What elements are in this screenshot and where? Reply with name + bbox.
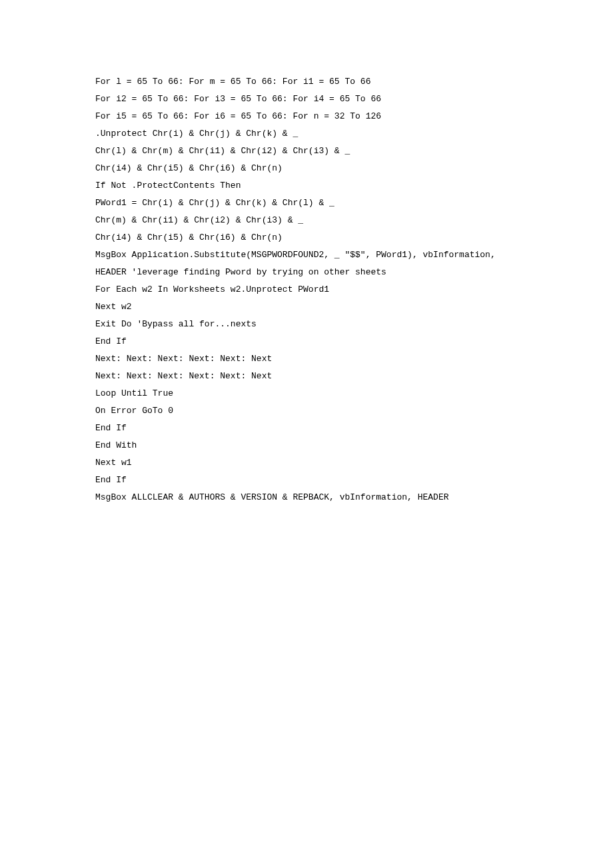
code-line: End If [95, 472, 518, 489]
code-line: For l = 65 To 66: For m = 65 To 66: For … [95, 73, 518, 91]
code-line: End If [95, 333, 518, 350]
code-line: Next: Next: Next: Next: Next: Next [95, 368, 518, 385]
code-line: End If [95, 420, 518, 437]
code-line: MsgBox ALLCLEAR & AUTHORS & VERSION & RE… [95, 489, 518, 506]
code-line: If Not .ProtectContents Then [95, 177, 518, 195]
code-line: For i5 = 65 To 66: For i6 = 65 To 66: Fo… [95, 108, 518, 125]
code-line: End With [95, 437, 518, 454]
code-line: Next w1 [95, 454, 518, 472]
code-line: For Each w2 In Worksheets w2.Unprotect P… [95, 281, 518, 298]
code-line: .Unprotect Chr(i) & Chr(j) & Chr(k) & _ [95, 125, 518, 143]
code-block: For l = 65 To 66: For m = 65 To 66: For … [95, 73, 518, 506]
code-line: Chr(m) & Chr(i1) & Chr(i2) & Chr(i3) & _ [95, 212, 518, 229]
code-line: Next w2 [95, 298, 518, 316]
code-line: Exit Do 'Bypass all for...nexts [95, 316, 518, 333]
code-line: MsgBox Application.Substitute(MSGPWORDFO… [95, 246, 518, 281]
code-line: Chr(i4) & Chr(i5) & Chr(i6) & Chr(n) [95, 160, 518, 177]
code-line: Chr(i4) & Chr(i5) & Chr(i6) & Chr(n) [95, 229, 518, 246]
code-line: Chr(l) & Chr(m) & Chr(i1) & Chr(i2) & Ch… [95, 143, 518, 160]
code-line: For i2 = 65 To 66: For i3 = 65 To 66: Fo… [95, 91, 518, 108]
code-line: Loop Until True [95, 385, 518, 402]
code-line: On Error GoTo 0 [95, 402, 518, 420]
code-line: PWord1 = Chr(i) & Chr(j) & Chr(k) & Chr(… [95, 195, 518, 212]
code-line: Next: Next: Next: Next: Next: Next [95, 350, 518, 368]
